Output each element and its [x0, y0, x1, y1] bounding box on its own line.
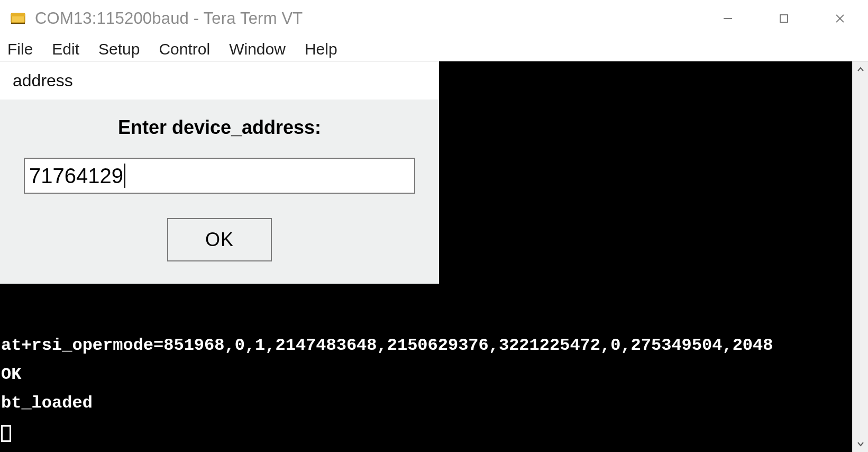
menu-help[interactable]: Help [305, 40, 337, 58]
menu-setup[interactable]: Setup [98, 40, 140, 58]
scrollbar[interactable] [852, 61, 868, 452]
terminal-cursor [1, 425, 11, 442]
terminal-line: bt_loaded [1, 393, 93, 413]
menubar: File Edit Setup Control Window Help [0, 37, 868, 61]
terminal-line: OK [1, 365, 21, 384]
titlebar: COM13:115200baud - Tera Term VT [0, 0, 868, 37]
menu-window[interactable]: Window [229, 40, 286, 58]
menu-edit[interactable]: Edit [52, 40, 79, 58]
text-caret [124, 164, 125, 188]
terminal-line: at+rsi_opermode=851968,0,1,2147483648,21… [1, 336, 773, 355]
dialog-prompt: Enter device_address: [21, 116, 418, 139]
maximize-button[interactable] [756, 0, 812, 37]
window-controls [700, 0, 868, 37]
app-icon [10, 10, 26, 27]
window-title: COM13:115200baud - Tera Term VT [35, 9, 303, 28]
scroll-up-icon[interactable] [853, 61, 869, 77]
menu-control[interactable]: Control [159, 40, 210, 58]
device-address-input[interactable]: 71764129 [24, 158, 415, 194]
terminal[interactable]: at+rsi_opermode=851968,0,1,2147483648,21… [0, 61, 852, 452]
dialog-title: address [0, 61, 439, 100]
ok-button[interactable]: OK [167, 218, 272, 261]
close-button[interactable] [812, 0, 868, 37]
svg-rect-2 [11, 23, 25, 24]
minimize-button[interactable] [700, 0, 756, 37]
address-dialog: address Enter device_address: 71764129 O… [0, 61, 439, 284]
svg-rect-4 [780, 15, 788, 22]
terminal-output: at+rsi_opermode=851968,0,1,2147483648,21… [0, 331, 852, 447]
scroll-down-icon[interactable] [853, 436, 869, 452]
dialog-body: Enter device_address: 71764129 OK [0, 100, 439, 284]
svg-rect-1 [11, 13, 25, 16]
menu-file[interactable]: File [7, 40, 33, 58]
input-value: 71764129 [29, 164, 123, 188]
terminal-area: at+rsi_opermode=851968,0,1,2147483648,21… [0, 61, 868, 452]
